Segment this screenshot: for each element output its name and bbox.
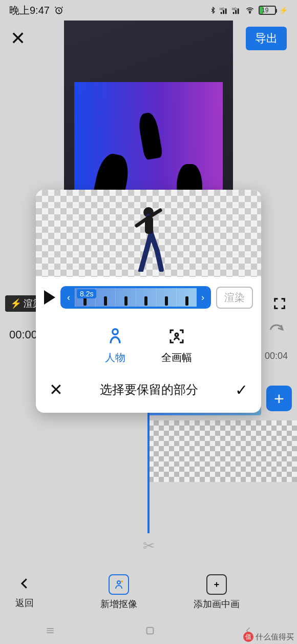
clip-handle-left[interactable]: ‹ [62,288,75,307]
keep-selection-modal: ‹ 8.2s › 渲染 人物 全画幅 ✕ 选择要保留的部分 ✓ [36,190,261,413]
dancer-figure [131,205,166,272]
modal-title: 选择要保留的部分 [100,381,198,398]
scissors-icon[interactable]: ✂ [143,537,155,554]
render-button[interactable]: 渲染 [216,287,253,309]
svg-point-3 [249,12,250,13]
battery-icon: 19 [259,6,276,15]
clip-handle-right[interactable]: › [197,288,209,307]
signal-icon-1: HD [220,6,229,14]
wifi-icon [244,6,256,15]
chevron-left-icon [17,576,32,594]
person-icon [105,326,125,347]
watermark-text: 什么值得买 [256,632,294,642]
svg-point-10 [175,333,178,336]
clip-duration-badge: 8.2s [77,289,96,298]
play-icon[interactable] [44,290,55,305]
svg-text:HD: HD [220,7,225,11]
clip-range-track[interactable]: ‹ 8.2s › [60,286,211,309]
pip-icon [206,574,227,595]
fullscreen-icon[interactable] [272,296,287,311]
nav-home-icon[interactable] [144,625,156,638]
add-pip-button[interactable]: 添加画中画 [194,574,240,610]
mode-person[interactable]: 人物 [105,326,125,365]
new-cutout-button[interactable]: 新增抠像 [100,574,137,610]
modal-confirm-icon[interactable]: ✓ [235,381,248,399]
svg-text:HD: HD [232,7,237,11]
modal-preview [36,190,261,277]
close-icon[interactable]: ✕ [10,29,26,48]
charging-icon: ⚡ [279,6,288,14]
svg-rect-8 [145,216,153,234]
full-frame-icon [166,326,187,347]
mode-full-frame[interactable]: 全画幅 [161,326,192,365]
lightning-icon: ⚡ [10,298,22,309]
add-pip-label: 添加画中画 [194,598,240,610]
battery-percent: 19 [262,7,268,14]
mode-person-label: 人物 [105,351,125,365]
person-cutout-icon [109,574,129,595]
watermark: 值 什么值得买 [243,632,294,642]
bottom-toolbar: 返回 新增抠像 添加画中画 [0,564,297,620]
svg-rect-6 [147,628,154,634]
status-time: 晚上9:47 [9,4,50,17]
svg-point-5 [121,580,123,582]
share-icon[interactable] [267,319,286,337]
signal-icon-2: HD [232,6,241,14]
timeline-time-current: 00:00 [9,328,37,341]
modal-cancel-icon[interactable]: ✕ [49,380,63,399]
svg-point-9 [113,329,118,335]
timeline-time-total: 00:04 [265,351,288,361]
status-bar: 晚上9:47 HD HD 19 ⚡ [0,0,297,21]
timeline-alpha-track[interactable] [148,420,297,482]
svg-point-4 [117,581,120,584]
bluetooth-icon [209,5,217,15]
nav-recents-icon[interactable] [44,626,57,638]
back-label: 返回 [15,597,34,609]
watermark-badge-icon: 值 [243,632,253,642]
export-button[interactable]: 导出 [246,27,287,50]
add-clip-button[interactable]: + [266,386,292,411]
new-cutout-label: 新增抠像 [100,598,137,610]
back-button[interactable]: 返回 [15,576,34,609]
alarm-icon [54,5,64,15]
mode-full-frame-label: 全画幅 [161,351,192,365]
